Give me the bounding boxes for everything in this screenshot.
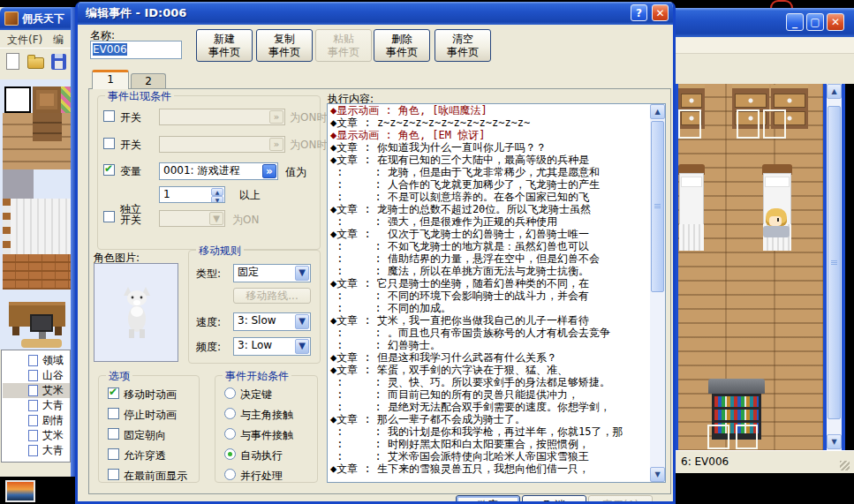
- command-line[interactable]: : : 灵、快、巧。所以要求剑手的身法都足够矫捷。: [328, 376, 665, 388]
- command-line[interactable]: ◆文章 : 仅次于飞龙骑士的幻兽骑士，幻兽骑士唯一: [328, 228, 665, 240]
- scrollbar-thumb[interactable]: [651, 121, 664, 292]
- minimize-button[interactable]: _: [786, 13, 804, 31]
- variable-checkbox[interactable]: [103, 164, 115, 176]
- scroll-down-icon[interactable]: ▼: [650, 467, 665, 482]
- dialog-close-button[interactable]: ✕: [652, 4, 669, 21]
- command-line[interactable]: ◆文章 : 生下来的雪狼灵兽五只，我想向他们借一只，: [328, 463, 665, 475]
- command-line[interactable]: ◆文章 : z~z~z~z~z~z~z~z~z~z~z~z~: [328, 117, 665, 129]
- command-line[interactable]: : : 我的计划是你和我学枪，再过半年，你就15了，那: [328, 425, 665, 438]
- palette-tile-gray[interactable]: [3, 169, 34, 199]
- option-checkbox[interactable]: [108, 448, 119, 460]
- name-input[interactable]: EV006: [90, 41, 182, 59]
- command-line[interactable]: : : 人合作的飞龙就更加稀少了，飞龙骑士的产生: [328, 178, 665, 191]
- move-type-combo[interactable]: 固定▼: [233, 264, 311, 282]
- menu-file[interactable]: 文件(F): [7, 33, 42, 48]
- exec-command-list[interactable]: ◆显示动画 : 角色, [咏唱魔法]◆文章 : z~z~z~z~z~z~z~z~…: [327, 103, 666, 483]
- scroll-down-icon[interactable]: ▼: [827, 434, 842, 449]
- command-line[interactable]: : : 不同的加成。: [328, 302, 665, 314]
- command-line[interactable]: : : 时刚好黑太阳和白太阳要重合，按照惯例，: [328, 438, 665, 450]
- trigger-radio[interactable]: [224, 448, 236, 460]
- new-file-icon[interactable]: [4, 52, 23, 71]
- palette-tile-dark-planks[interactable]: [33, 113, 62, 141]
- palette-tile-blank-selected[interactable]: [4, 87, 31, 113]
- map-tree-item[interactable]: 剧情: [3, 413, 71, 428]
- map-event-box[interactable]: [763, 109, 786, 139]
- map-tree-item[interactable]: 大青: [3, 398, 71, 413]
- spinner-arrows[interactable]: ▲▼: [211, 188, 223, 201]
- command-line[interactable]: : : 而目前已知的所有的灵兽只能提供冲力，: [328, 388, 665, 401]
- command-line[interactable]: : : 强大，但是很难作为正规的兵种使用: [328, 215, 665, 228]
- command-line[interactable]: : : 艾米帝国会派特使向北哈米人帝国求雪狼王: [328, 450, 665, 463]
- close-button[interactable]: ✕: [827, 13, 844, 31]
- palette-tile-chair-base[interactable]: [21, 339, 62, 348]
- command-line[interactable]: : : 龙骑，但是由于飞龙非常稀少，尤其是愿意和: [328, 166, 665, 178]
- trigger-radio[interactable]: [224, 428, 236, 440]
- page-button[interactable]: 复制事件页: [256, 29, 313, 62]
- help-button[interactable]: ?: [631, 4, 647, 21]
- move-freq-combo[interactable]: 3: Low▼: [233, 337, 311, 356]
- map-event-box[interactable]: [737, 109, 760, 139]
- scrollbar-thumb[interactable]: [828, 106, 841, 419]
- scroll-up-icon[interactable]: ▲: [650, 104, 665, 119]
- self-switch-checkbox[interactable]: [103, 211, 115, 222]
- page-button[interactable]: 新建事件页: [196, 29, 253, 62]
- trigger-radio[interactable]: [224, 469, 236, 480]
- palette-tile-wall[interactable]: [11, 199, 71, 254]
- page-button[interactable]: 清空事件页: [435, 29, 491, 62]
- map-tree-item[interactable]: 大青: [3, 443, 71, 458]
- map-tree-item[interactable]: 领域: [3, 353, 71, 368]
- variable-amount-spinner[interactable]: 1 ▲▼: [159, 186, 225, 203]
- footer-button[interactable]: 确定: [456, 495, 520, 504]
- map-event-box[interactable]: [736, 425, 758, 449]
- command-line[interactable]: ◆显示动画 : 角色, [咏唱魔法]: [328, 104, 665, 117]
- palette-tile-monitor[interactable]: [30, 314, 53, 332]
- variable-combo[interactable]: 0001: 游戏进程 »: [159, 162, 278, 180]
- command-line[interactable]: ◆文章 : 它只是骑士的坐骑，随着幻兽种类的不同，在: [328, 277, 665, 290]
- map-tree-item[interactable]: 山谷: [3, 368, 71, 383]
- command-line[interactable]: : : 是绝对无法配合双手剑需要的速度。你想学剑，: [328, 401, 665, 413]
- exec-scrollbar[interactable]: ▲ ▼: [650, 104, 665, 482]
- option-checkbox[interactable]: [108, 469, 119, 480]
- command-line[interactable]: : : 借助结界的力量，悬浮在空中，但是幻兽不会: [328, 252, 665, 265]
- command-line[interactable]: : : 不如飞龙骑士的地方就是：虽然幻兽也可以: [328, 240, 665, 252]
- palette-tile-wood-pattern[interactable]: [33, 87, 61, 113]
- dropdown-icon[interactable]: ▼: [295, 339, 309, 354]
- move-speed-combo[interactable]: 3: Slow▼: [233, 312, 311, 331]
- palette-tile-wall-edge[interactable]: [3, 199, 11, 254]
- taskbar-thumbnail[interactable]: [5, 480, 35, 502]
- palette-tile-colorful[interactable]: [61, 87, 71, 113]
- command-line[interactable]: ◆显示动画 : 角色, [EM 惊讶]: [328, 129, 665, 141]
- map-tree-item[interactable]: 艾米: [3, 383, 71, 398]
- command-line[interactable]: ◆文章 : 那么一辈子都不会成为骑士了。: [328, 413, 665, 425]
- dropdown-icon[interactable]: ▼: [295, 266, 309, 281]
- option-checkbox[interactable]: [108, 387, 119, 399]
- footer-button[interactable]: 取消: [522, 495, 586, 504]
- map-event-box[interactable]: [678, 109, 701, 139]
- variable-picker-button[interactable]: »: [262, 164, 276, 178]
- dropdown-icon[interactable]: ▼: [295, 314, 309, 329]
- command-line[interactable]: : : 。而且也只有帝国贵族称号的人才有机会去竞争: [328, 327, 665, 339]
- resize-grip[interactable]: [840, 461, 850, 470]
- trigger-radio[interactable]: [224, 408, 236, 419]
- dialog-titlebar[interactable]: 编辑事件 - ID:006 ? ✕: [75, 2, 676, 25]
- menu-edit[interactable]: 编辑: [53, 33, 71, 48]
- map-vertical-scrollbar[interactable]: ▲ ▼: [827, 84, 842, 450]
- command-line[interactable]: ◆文章 : 笨蛋，双手剑的六字诀在于狠、猛、准、: [328, 364, 665, 376]
- command-line[interactable]: ◆文章 : 艾米，我一直把你当做我自己的儿子一样看待: [328, 314, 665, 327]
- trigger-radio[interactable]: [224, 387, 236, 399]
- command-line[interactable]: : : 不同的环境下会影响骑士的战斗力，并会有: [328, 290, 665, 302]
- save-icon[interactable]: [49, 52, 69, 71]
- command-line[interactable]: ◆文章 : 龙骑士的总数不超过20位。所以飞龙骑士虽然: [328, 203, 665, 215]
- palette-tile-bricks[interactable]: [3, 254, 71, 290]
- open-folder-icon[interactable]: [26, 52, 46, 71]
- command-line[interactable]: ◆文章 : 你知道我为什么一直叫你儿子吗？？: [328, 141, 665, 154]
- page-button[interactable]: 删除事件页: [374, 29, 430, 62]
- switch2-checkbox[interactable]: [103, 138, 115, 149]
- command-line[interactable]: : : 魔法，所以在单挑方面无法与龙骑士抗衡。: [328, 265, 665, 277]
- maximize-button[interactable]: ▢: [806, 13, 824, 31]
- command-line[interactable]: : : 幻兽骑士。: [328, 339, 665, 351]
- command-line[interactable]: ◆文章 : 在现有已知的三个大陆中，最高等级的兵种是: [328, 154, 665, 166]
- command-line[interactable]: ◆文章 : 但是这和我学习什么武器有什么关系？: [328, 351, 665, 364]
- option-checkbox[interactable]: [108, 428, 119, 440]
- command-line[interactable]: : : 不是可以刻意培养的。在各个国家已知的飞: [328, 191, 665, 203]
